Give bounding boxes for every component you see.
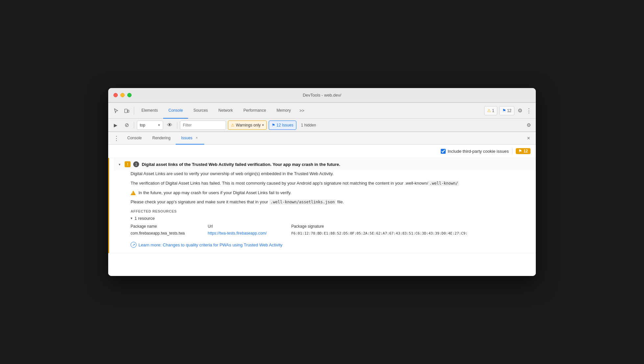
traffic-lights [113, 93, 132, 97]
warning-dropdown-icon: ⚠ [231, 123, 235, 127]
execute-button[interactable]: ▶ [111, 121, 120, 130]
filter-input[interactable] [180, 121, 226, 130]
drawer-close-button[interactable]: × [524, 134, 533, 143]
more-tabs-button[interactable]: >> [296, 103, 308, 119]
minimize-button[interactable] [120, 93, 125, 97]
close-drawer-icon: × [527, 135, 530, 141]
col-signature: Package signature [291, 223, 531, 230]
issues-count-display: 12 [507, 108, 511, 113]
issue-description-2: The verification of Digital Asset Links … [131, 180, 531, 187]
warning-count: 1 [492, 108, 494, 113]
issue-item-twa: ▾ ! 1 Digital asset links of the Trusted… [108, 158, 536, 253]
drawer-more-button[interactable]: ⋮ [111, 132, 122, 145]
issues-badge-icon: ⚑ [518, 149, 522, 153]
table-row: com.firebaseapp.twa_tests.twa https://tw… [131, 230, 531, 237]
issue-inline-warning: In the future, your app may crash for us… [131, 190, 531, 195]
tab-performance[interactable]: Performance [238, 103, 271, 119]
drawer-tab-console[interactable]: Console [122, 132, 147, 145]
col-package-name: Package name [131, 223, 208, 230]
dots-icon: ⋮ [526, 107, 532, 114]
tab-console[interactable]: Console [163, 103, 188, 119]
drawer-tab-issues[interactable]: Issues × [176, 132, 204, 145]
drawer-tab-rendering[interactable]: Rendering [147, 132, 176, 145]
issues-toolbar: Include third-party cookie issues ⚑ 12 [108, 145, 536, 158]
tab-network[interactable]: Network [213, 103, 238, 119]
third-party-label: Include third-party cookie issues [448, 149, 509, 154]
issues-flag-icon-secondary: ⚑ [272, 123, 275, 127]
issue-body-twa: Digital Asset Links are used to verify y… [113, 171, 536, 253]
more-options-button[interactable]: ⋮ [525, 107, 533, 114]
cursor-icon [113, 108, 119, 113]
clear-button[interactable]: ⊘ [122, 121, 131, 130]
total-issues-count: 12 [524, 149, 528, 153]
drawer-tab-issues-close[interactable]: × [194, 136, 199, 140]
gear-icon: ⚙ [518, 107, 522, 114]
warning-badge-group[interactable]: ⚠ 1 [484, 106, 497, 115]
learn-more-circle-icon: ↗ [131, 242, 136, 248]
well-known-code: .well-known/ [428, 181, 459, 186]
hidden-count-label: 1 hidden [298, 123, 319, 127]
drawer-dots-icon: ⋮ [113, 135, 119, 142]
secondary-separator [134, 122, 134, 128]
toolbar-separator-1 [134, 107, 134, 115]
live-expressions-button[interactable]: 👁 [165, 121, 174, 130]
issue-description-3: Please check your app's signature and ma… [131, 199, 531, 206]
clear-icon: ⊘ [125, 122, 129, 128]
devtools-window: DevTools - web.dev/ Elements Console Sou… [108, 88, 536, 276]
issues-count-label: 12 Issues [277, 123, 293, 127]
settings-button[interactable]: ⚙ [515, 106, 525, 115]
affected-resources-section: AFFECTED RESOURCES 1 resource Package na… [131, 209, 531, 237]
third-party-checkbox-wrapper[interactable]: Include third-party cookie issues [441, 149, 509, 154]
inline-warning-icon [131, 190, 136, 195]
svg-rect-0 [125, 109, 127, 113]
console-settings-button[interactable]: ⚙ [524, 121, 533, 130]
resource-table: Package name Url Package signature com.f… [131, 223, 531, 237]
issues-toolbar-sep [512, 148, 512, 154]
device-icon [124, 108, 129, 113]
context-selector[interactable]: top [137, 121, 163, 130]
tab-memory[interactable]: Memory [271, 103, 296, 119]
affected-resources-label: AFFECTED RESOURCES [131, 209, 531, 213]
maximize-button[interactable] [127, 93, 132, 97]
issues-flag-icon: ⚑ [502, 108, 506, 113]
context-selector-wrapper: top [137, 121, 163, 130]
warning-icon: ⚠ [487, 108, 491, 113]
issues-badge-group[interactable]: ⚑ 12 [499, 106, 514, 115]
tab-elements[interactable]: Elements [136, 103, 163, 119]
window-title: DevTools - web.dev/ [303, 93, 341, 98]
cell-package-name: com.firebaseapp.twa_tests.twa [131, 230, 208, 237]
learn-more-text: Learn more: Changes to quality criteria … [138, 242, 283, 247]
issue-warning-icon: ! [125, 161, 131, 167]
issue-title: Digital asset links of the Trusted Web A… [142, 162, 340, 167]
svg-rect-1 [128, 110, 129, 112]
nav-tabs: Elements Console Sources Network Perform… [136, 103, 483, 119]
warning-text: In the future, your app may crash for us… [138, 190, 291, 195]
close-button[interactable] [113, 93, 118, 97]
warnings-only-label: Warnings only [236, 123, 261, 127]
execute-icon: ▶ [114, 123, 117, 128]
secondary-separator-2 [177, 122, 177, 128]
top-toolbar: Elements Console Sources Network Perform… [108, 103, 536, 119]
devtools-panel: Elements Console Sources Network Perform… [108, 102, 536, 276]
issue-description-1: Digital Asset Links are used to verify y… [131, 171, 531, 177]
titlebar: DevTools - web.dev/ [108, 88, 536, 102]
issue-count-bubble: 1 [133, 161, 139, 167]
assetlinks-code: .well-known/assetlinks.json [269, 199, 336, 205]
warnings-only-dropdown[interactable]: ⚠ Warnings only ▾ [228, 121, 267, 130]
drawer-tabbar: ⋮ Console Rendering Issues × × [108, 132, 536, 145]
resource-toggle[interactable]: 1 resource [131, 216, 531, 221]
issues-count-button[interactable]: ⚑ 12 Issues [269, 121, 296, 130]
col-url: Url [208, 223, 291, 230]
tab-sources[interactable]: Sources [188, 103, 213, 119]
settings-gear-icon: ⚙ [527, 122, 531, 128]
learn-more-link[interactable]: ↗ Learn more: Changes to quality criteri… [131, 242, 531, 248]
third-party-checkbox[interactable] [441, 149, 446, 154]
inspect-element-button[interactable] [111, 105, 121, 116]
cell-url[interactable]: https://twa-tests.firebaseapp.com/ [208, 230, 291, 237]
issue-header-twa[interactable]: ▾ ! 1 Digital asset links of the Trusted… [113, 158, 536, 171]
total-issues-badge: ⚑ 12 [516, 148, 531, 154]
device-toolbar-button[interactable] [121, 105, 132, 116]
drawer-panel: ⋮ Console Rendering Issues × × [108, 132, 536, 276]
issues-panel: Include third-party cookie issues ⚑ 12 ▾… [108, 145, 536, 276]
cell-signature: F6:01:12:78:BD:E1:88:52:D5:0F:05:2A:5E:6… [291, 230, 531, 237]
